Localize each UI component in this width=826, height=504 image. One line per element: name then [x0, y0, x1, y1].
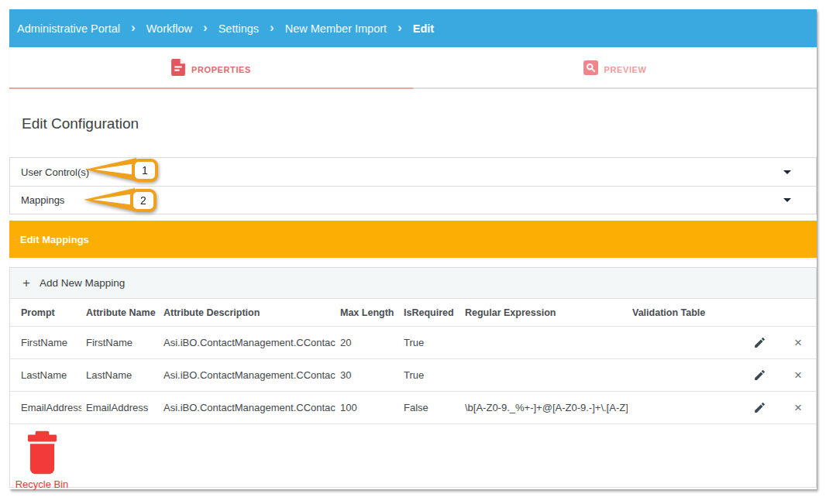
col-max-length: Max Length — [336, 299, 399, 327]
add-new-mapping-label: Add New Mapping — [40, 277, 125, 289]
section-user-controls[interactable]: User Control(s) — [10, 158, 816, 186]
col-regular-expression: Regular Expression — [460, 299, 628, 327]
cell-attribute-name: FirstName — [81, 327, 159, 359]
section-mappings[interactable]: Mappings — [10, 186, 816, 214]
cell-validation-table — [628, 327, 738, 359]
delete-mapping-button[interactable]: × — [780, 392, 816, 424]
tab-properties[interactable]: PROPERTIES — [9, 47, 413, 87]
tab-properties-label: PROPERTIES — [191, 60, 251, 74]
tab-preview-label: PREVIEW — [604, 60, 647, 74]
col-validation-table: Validation Table — [628, 299, 738, 327]
recycle-bin-label: Recycle Bin — [15, 478, 69, 490]
cell-prompt: FirstName — [10, 327, 81, 359]
table-row-firstname: FirstName FirstName Asi.iBO.ContactManag… — [10, 327, 816, 359]
mappings-table: Prompt Attribute Name Attribute Descript… — [10, 299, 816, 424]
portal-window: Administrative Portal › Workflow › Setti… — [9, 9, 817, 489]
cell-regular-expression: \b[A-Z0-9._%+-]+@[A-Z0-9.-]+\.[A-Z]{2,4}… — [460, 392, 628, 424]
cell-max-length: 30 — [336, 359, 399, 392]
breadcrumb-item-settings[interactable]: Settings — [219, 22, 259, 35]
close-icon: × — [794, 400, 802, 415]
breadcrumb-item-new-member-import[interactable]: New Member Import — [285, 22, 387, 35]
close-icon: × — [794, 335, 802, 350]
col-attribute-name: Attribute Name — [81, 299, 159, 327]
cell-attribute-description: Asi.iBO.ContactManagement.CContact — [159, 327, 336, 359]
cell-attribute-name: LastName — [81, 359, 159, 392]
cell-prompt: EmailAddress — [10, 392, 81, 424]
breadcrumb: Administrative Portal › Workflow › Setti… — [17, 22, 434, 35]
col-edit-actions — [738, 299, 780, 327]
edit-mappings-banner: Edit Mappings — [9, 221, 817, 258]
cell-max-length: 100 — [336, 392, 399, 424]
chevron-down-icon[interactable] — [783, 198, 791, 202]
table-row-lastname: LastName LastName Asi.iBO.ContactManagem… — [10, 359, 816, 392]
section-user-controls-label: User Control(s) — [21, 166, 89, 178]
search-icon — [583, 60, 598, 75]
col-is-required: IsRequired — [399, 299, 460, 327]
cell-is-required: False — [399, 392, 460, 424]
chevron-right-icon: › — [398, 21, 402, 34]
document-icon — [171, 59, 185, 76]
section-mappings-label: Mappings — [21, 194, 64, 206]
tab-preview[interactable]: PREVIEW — [413, 47, 817, 87]
cell-is-required: True — [399, 359, 460, 392]
add-new-mapping-button[interactable]: + Add New Mapping — [10, 268, 816, 299]
cell-regular-expression — [460, 327, 628, 359]
col-delete-actions — [780, 299, 816, 327]
cell-attribute-description: Asi.iBO.ContactManagement.CContact — [159, 392, 336, 424]
trash-icon — [27, 430, 57, 475]
page-title: Edit Configuration — [22, 114, 817, 134]
col-prompt: Prompt — [10, 299, 81, 327]
cell-validation-table — [628, 359, 738, 392]
plus-icon: + — [22, 276, 30, 291]
edit-mapping-button[interactable] — [738, 327, 780, 359]
table-row-emailaddress: EmailAddress EmailAddress Asi.iBO.Contac… — [10, 392, 816, 424]
configuration-sections: User Control(s) Mappings — [9, 157, 817, 214]
tab-bar: PROPERTIES PREVIEW — [9, 47, 817, 89]
pencil-icon — [753, 369, 766, 382]
col-attribute-description: Attribute Description — [159, 299, 336, 327]
chevron-right-icon: › — [203, 21, 208, 34]
chevron-down-icon[interactable] — [783, 170, 791, 174]
cell-regular-expression — [460, 359, 628, 392]
recycle-bin-area: Recycle Bin — [10, 424, 816, 490]
edit-mapping-button[interactable] — [738, 392, 780, 424]
chevron-right-icon: › — [131, 21, 136, 34]
recycle-bin[interactable]: Recycle Bin — [12, 430, 72, 490]
delete-mapping-button[interactable]: × — [780, 359, 816, 392]
delete-mapping-button[interactable]: × — [780, 327, 816, 359]
cell-validation-table — [628, 392, 738, 424]
mappings-panel: + Add New Mapping Prompt Attribute Name … — [9, 267, 817, 488]
chevron-right-icon: › — [270, 21, 274, 34]
edit-mappings-banner-label: Edit Mappings — [20, 234, 89, 245]
edit-mapping-button[interactable] — [738, 359, 780, 392]
cell-attribute-description: Asi.iBO.ContactManagement.CContact — [159, 359, 336, 392]
cell-attribute-name: EmailAddress — [81, 392, 159, 424]
pencil-icon — [753, 401, 766, 414]
close-icon: × — [794, 368, 802, 382]
pencil-icon — [753, 336, 766, 349]
cell-max-length: 20 — [336, 327, 399, 359]
table-header-row: Prompt Attribute Name Attribute Descript… — [10, 299, 816, 327]
breadcrumb-item-administrative-portal[interactable]: Administrative Portal — [17, 22, 120, 35]
breadcrumb-item-edit: Edit — [413, 22, 434, 35]
cell-prompt: LastName — [10, 359, 81, 392]
breadcrumb-item-workflow[interactable]: Workflow — [146, 22, 192, 35]
breadcrumb-bar: Administrative Portal › Workflow › Setti… — [9, 9, 817, 47]
cell-is-required: True — [399, 327, 460, 359]
